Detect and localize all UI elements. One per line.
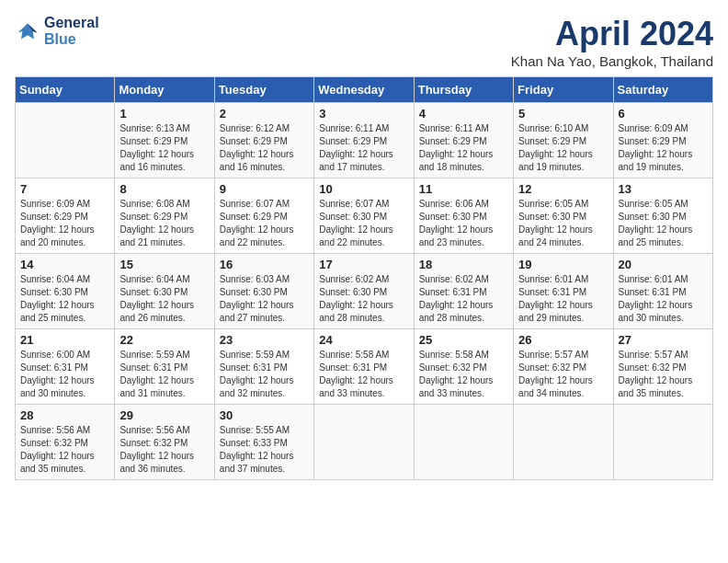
day-cell: 23Sunrise: 5:59 AM Sunset: 6:31 PM Dayli… (214, 329, 313, 405)
logo-text-blue: Blue (44, 31, 76, 47)
week-row-4: 28Sunrise: 5:56 AM Sunset: 6:32 PM Dayli… (16, 405, 713, 480)
day-info: Sunrise: 6:09 AM Sunset: 6:29 PM Dayligh… (619, 122, 708, 174)
day-info: Sunrise: 5:56 AM Sunset: 6:32 PM Dayligh… (119, 424, 209, 476)
day-number: 10 (319, 182, 408, 196)
day-number: 6 (619, 107, 708, 121)
logo-text-general: General (44, 15, 99, 30)
calendar-subtitle: Khan Na Yao, Bangkok, Thailand (511, 53, 713, 69)
day-info: Sunrise: 5:55 AM Sunset: 6:33 PM Dayligh… (220, 424, 309, 476)
day-info: Sunrise: 6:01 AM Sunset: 6:31 PM Dayligh… (619, 273, 708, 325)
col-header-friday: Friday (514, 77, 613, 103)
day-number: 5 (518, 107, 608, 121)
logo: General Blue (15, 15, 99, 47)
day-number: 13 (619, 182, 708, 196)
day-info: Sunrise: 6:06 AM Sunset: 6:30 PM Dayligh… (419, 198, 508, 249)
day-number: 25 (419, 333, 508, 347)
day-info: Sunrise: 5:57 AM Sunset: 6:32 PM Dayligh… (518, 349, 608, 400)
col-header-saturday: Saturday (613, 77, 712, 103)
day-cell: 29Sunrise: 5:56 AM Sunset: 6:32 PM Dayli… (115, 405, 214, 480)
day-info: Sunrise: 6:05 AM Sunset: 6:30 PM Dayligh… (619, 198, 708, 249)
day-cell (613, 405, 712, 480)
day-info: Sunrise: 6:10 AM Sunset: 6:29 PM Dayligh… (518, 122, 608, 174)
day-number: 11 (419, 182, 508, 196)
day-info: Sunrise: 5:57 AM Sunset: 6:32 PM Dayligh… (619, 349, 708, 400)
day-cell (414, 405, 513, 480)
logo-icon (15, 18, 40, 44)
calendar-body: 1Sunrise: 6:13 AM Sunset: 6:29 PM Daylig… (16, 103, 713, 480)
day-number: 14 (20, 258, 109, 271)
day-number: 24 (319, 333, 408, 347)
calendar-header-row: SundayMondayTuesdayWednesdayThursdayFrid… (16, 77, 713, 103)
day-cell: 11Sunrise: 6:06 AM Sunset: 6:30 PM Dayli… (414, 178, 513, 254)
day-cell: 22Sunrise: 5:59 AM Sunset: 6:31 PM Dayli… (115, 329, 214, 405)
day-number: 18 (419, 258, 508, 271)
day-info: Sunrise: 6:05 AM Sunset: 6:30 PM Dayligh… (518, 198, 608, 249)
day-cell: 6Sunrise: 6:09 AM Sunset: 6:29 PM Daylig… (613, 103, 712, 178)
day-info: Sunrise: 5:58 AM Sunset: 6:31 PM Dayligh… (319, 349, 408, 400)
week-row-3: 21Sunrise: 6:00 AM Sunset: 6:31 PM Dayli… (16, 329, 713, 405)
day-cell: 26Sunrise: 5:57 AM Sunset: 6:32 PM Dayli… (514, 329, 613, 405)
day-number: 26 (518, 333, 608, 347)
day-cell: 19Sunrise: 6:01 AM Sunset: 6:31 PM Dayli… (514, 254, 613, 329)
col-header-thursday: Thursday (414, 77, 513, 103)
day-info: Sunrise: 5:59 AM Sunset: 6:31 PM Dayligh… (220, 349, 309, 400)
day-cell: 13Sunrise: 6:05 AM Sunset: 6:30 PM Dayli… (613, 178, 712, 254)
day-cell: 7Sunrise: 6:09 AM Sunset: 6:29 PM Daylig… (16, 178, 115, 254)
day-number: 19 (518, 258, 608, 271)
day-info: Sunrise: 6:01 AM Sunset: 6:31 PM Dayligh… (518, 273, 608, 325)
calendar-title: April 2024 (511, 15, 713, 53)
day-number: 29 (119, 408, 209, 422)
col-header-wednesday: Wednesday (314, 77, 414, 103)
day-cell: 18Sunrise: 6:02 AM Sunset: 6:31 PM Dayli… (414, 254, 513, 329)
day-cell: 30Sunrise: 5:55 AM Sunset: 6:33 PM Dayli… (214, 405, 313, 480)
col-header-sunday: Sunday (16, 77, 115, 103)
day-cell: 12Sunrise: 6:05 AM Sunset: 6:30 PM Dayli… (514, 178, 613, 254)
day-number: 16 (220, 258, 309, 271)
day-cell (16, 103, 115, 178)
day-cell: 5Sunrise: 6:10 AM Sunset: 6:29 PM Daylig… (514, 103, 613, 178)
day-cell (514, 405, 613, 480)
day-info: Sunrise: 5:58 AM Sunset: 6:32 PM Dayligh… (419, 349, 508, 400)
day-cell: 14Sunrise: 6:04 AM Sunset: 6:30 PM Dayli… (16, 254, 115, 329)
week-row-2: 14Sunrise: 6:04 AM Sunset: 6:30 PM Dayli… (16, 254, 713, 329)
day-number: 4 (419, 107, 508, 121)
day-cell: 27Sunrise: 5:57 AM Sunset: 6:32 PM Dayli… (613, 329, 712, 405)
week-row-1: 7Sunrise: 6:09 AM Sunset: 6:29 PM Daylig… (16, 178, 713, 254)
col-header-monday: Monday (115, 77, 214, 103)
day-info: Sunrise: 6:12 AM Sunset: 6:29 PM Dayligh… (220, 122, 309, 174)
day-cell: 8Sunrise: 6:08 AM Sunset: 6:29 PM Daylig… (115, 178, 214, 254)
day-cell: 24Sunrise: 5:58 AM Sunset: 6:31 PM Dayli… (314, 329, 414, 405)
page-header: General Blue April 2024 Khan Na Yao, Ban… (15, 15, 713, 69)
day-number: 15 (119, 258, 209, 271)
day-number: 2 (220, 107, 309, 121)
day-cell: 20Sunrise: 6:01 AM Sunset: 6:31 PM Dayli… (613, 254, 712, 329)
day-cell: 10Sunrise: 6:07 AM Sunset: 6:30 PM Dayli… (314, 178, 414, 254)
day-number: 20 (619, 258, 708, 271)
day-cell: 17Sunrise: 6:02 AM Sunset: 6:30 PM Dayli… (314, 254, 414, 329)
day-info: Sunrise: 6:09 AM Sunset: 6:29 PM Dayligh… (20, 198, 109, 249)
col-header-tuesday: Tuesday (214, 77, 313, 103)
day-cell: 15Sunrise: 6:04 AM Sunset: 6:30 PM Dayli… (115, 254, 214, 329)
day-info: Sunrise: 6:07 AM Sunset: 6:30 PM Dayligh… (319, 198, 408, 249)
day-info: Sunrise: 6:02 AM Sunset: 6:31 PM Dayligh… (419, 273, 508, 325)
day-number: 9 (220, 182, 309, 196)
day-cell: 28Sunrise: 5:56 AM Sunset: 6:32 PM Dayli… (16, 405, 115, 480)
day-number: 21 (20, 333, 109, 347)
title-block: April 2024 Khan Na Yao, Bangkok, Thailan… (511, 15, 713, 69)
day-number: 1 (119, 107, 209, 121)
day-info: Sunrise: 6:11 AM Sunset: 6:29 PM Dayligh… (319, 122, 408, 174)
day-info: Sunrise: 6:13 AM Sunset: 6:29 PM Dayligh… (119, 122, 209, 174)
day-info: Sunrise: 6:08 AM Sunset: 6:29 PM Dayligh… (119, 198, 209, 249)
day-info: Sunrise: 5:56 AM Sunset: 6:32 PM Dayligh… (20, 424, 109, 476)
day-cell: 16Sunrise: 6:03 AM Sunset: 6:30 PM Dayli… (214, 254, 313, 329)
day-cell: 9Sunrise: 6:07 AM Sunset: 6:29 PM Daylig… (214, 178, 313, 254)
day-cell: 4Sunrise: 6:11 AM Sunset: 6:29 PM Daylig… (414, 103, 513, 178)
day-cell: 21Sunrise: 6:00 AM Sunset: 6:31 PM Dayli… (16, 329, 115, 405)
day-info: Sunrise: 5:59 AM Sunset: 6:31 PM Dayligh… (119, 349, 209, 400)
day-number: 22 (119, 333, 209, 347)
day-cell: 2Sunrise: 6:12 AM Sunset: 6:29 PM Daylig… (214, 103, 313, 178)
day-info: Sunrise: 6:02 AM Sunset: 6:30 PM Dayligh… (319, 273, 408, 325)
day-number: 30 (220, 408, 309, 422)
day-info: Sunrise: 6:00 AM Sunset: 6:31 PM Dayligh… (20, 349, 109, 400)
day-number: 12 (518, 182, 608, 196)
